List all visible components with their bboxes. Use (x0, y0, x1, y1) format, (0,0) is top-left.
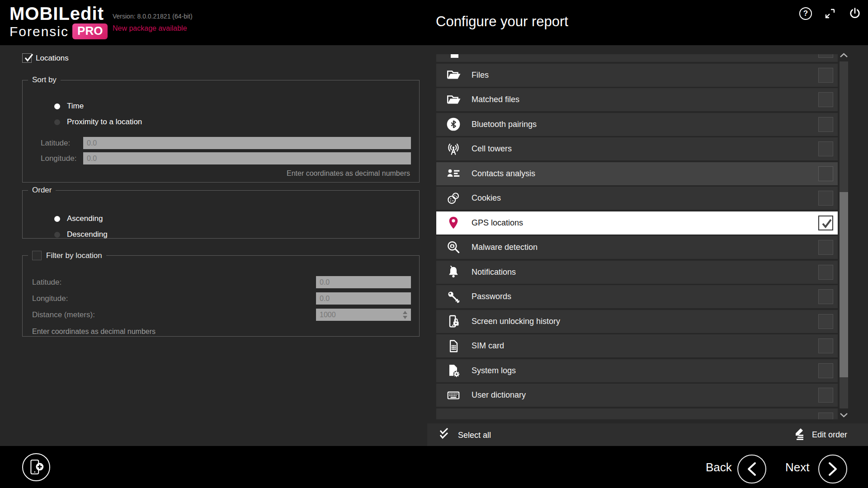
sort-by-group: Sort by Time Proximity to a location Lat… (22, 75, 420, 183)
list-item-contacts-analysis[interactable]: Contacts analysis (436, 162, 838, 185)
filter-latitude-input[interactable] (316, 276, 411, 288)
scroll-up-icon[interactable] (840, 51, 848, 60)
sort-time-option[interactable]: Time (54, 102, 84, 111)
locations-checkbox[interactable] (22, 53, 32, 63)
spinner-up-icon[interactable] (403, 311, 407, 314)
item-checkbox[interactable] (818, 54, 833, 58)
list-item-partial-bottom[interactable] (436, 408, 838, 420)
order-descending-option[interactable]: Descending (54, 230, 108, 239)
list-item-cookies[interactable]: Cookies (436, 187, 838, 210)
item-label: Contacts analysis (472, 169, 535, 178)
map-pin-icon (446, 215, 461, 230)
item-checkbox[interactable] (818, 388, 833, 403)
item-checkbox[interactable] (818, 191, 833, 206)
power-icon[interactable] (848, 7, 862, 20)
item-checkbox-checked[interactable] (818, 216, 833, 230)
list-item-system-logs[interactable]: System logs (436, 359, 838, 382)
item-label: Screen unlocking history (472, 317, 560, 326)
window-controls: ? (799, 4, 862, 23)
select-all-icon (439, 427, 451, 443)
filter-longitude-input[interactable] (316, 292, 411, 305)
filter-longitude-label: Longitude: (32, 294, 68, 303)
distance-spinner[interactable] (401, 309, 409, 321)
list-item-files[interactable]: Files (436, 64, 838, 87)
item-checkbox[interactable] (818, 265, 833, 280)
filter-by-location-label: Filter by location (46, 251, 102, 260)
time-radio[interactable] (54, 103, 60, 109)
sim-card-icon (446, 338, 461, 354)
scroll-down-icon[interactable] (840, 410, 848, 419)
item-checkbox[interactable] (818, 68, 833, 83)
item-checkbox[interactable] (818, 92, 833, 107)
item-checkbox[interactable] (818, 289, 833, 304)
item-checkbox[interactable] (818, 117, 833, 132)
item-label: Passwords (472, 292, 511, 301)
filter-coordinates-note: Enter coordinates as decimal numbers (32, 328, 156, 336)
list-item-passwords[interactable]: Passwords (436, 285, 838, 308)
add-phone-button[interactable] (22, 453, 50, 481)
item-checkbox[interactable] (818, 240, 833, 255)
list-item-matched-files[interactable]: Matched files (436, 88, 838, 111)
filter-by-location-checkbox[interactable] (32, 251, 42, 260)
sort-latitude-input[interactable] (83, 137, 411, 149)
order-ascending-option[interactable]: Ascending (54, 214, 103, 223)
sort-proximity-option[interactable]: Proximity to a location (54, 117, 142, 127)
item-label: Cell towers (472, 144, 512, 154)
new-package-link[interactable]: New package available (113, 24, 193, 33)
list-item-user-dictionary[interactable]: User dictionary (436, 384, 838, 407)
partial-row-bottom (446, 412, 461, 419)
item-label: Cookies (472, 193, 501, 203)
item-checkbox[interactable] (818, 338, 833, 353)
list-item-notifications[interactable]: Notifications (436, 261, 838, 284)
edit-order-label: Edit order (812, 430, 847, 440)
item-checkbox[interactable] (818, 166, 833, 181)
item-checkbox[interactable] (818, 314, 833, 329)
next-button[interactable] (818, 455, 847, 483)
item-checkbox[interactable] (818, 413, 833, 420)
item-label: Matched files (472, 95, 519, 104)
list-item-screen-unlocking-history[interactable]: Screen unlocking history (436, 310, 838, 333)
item-label: GPS locations (472, 218, 523, 228)
item-checkbox[interactable] (818, 363, 833, 378)
list-actions-bar: Select all Edit order (427, 423, 868, 446)
ascending-radio[interactable] (54, 216, 60, 222)
sort-longitude-input[interactable] (83, 152, 411, 164)
scrollbar-track[interactable] (840, 61, 848, 408)
order-group: Order Ascending Descending (22, 186, 420, 239)
item-checkbox[interactable] (818, 141, 833, 156)
descending-radio[interactable] (54, 232, 60, 238)
key-icon (446, 289, 461, 305)
help-icon[interactable]: ? (799, 7, 812, 20)
resize-window-icon[interactable] (824, 8, 836, 19)
scrollbar-thumb[interactable] (840, 192, 848, 377)
logo-pro-badge: PRO (72, 23, 108, 39)
list-item-partial-top[interactable] (436, 54, 838, 62)
list-item-cell-towers[interactable]: Cell towers (436, 137, 838, 160)
proximity-radio[interactable] (54, 119, 60, 125)
screen-unlock-icon (446, 314, 461, 329)
contacts-analysis-icon (446, 166, 461, 181)
item-label: Malware detection (472, 243, 538, 252)
item-label: System logs (472, 366, 516, 375)
filter-legend-row: Filter by location (28, 251, 106, 260)
cookies-icon (446, 191, 461, 206)
spinner-down-icon[interactable] (403, 316, 407, 319)
version-text: Version: 8.0.0.21821 (64-bit) (113, 13, 193, 20)
page-title: Configure your report (436, 14, 568, 30)
list-scrollbar[interactable] (840, 51, 848, 419)
locations-checkbox-row[interactable]: Locations (22, 53, 69, 63)
order-legend: Order (28, 186, 56, 195)
next-button-label[interactable]: Next (785, 460, 809, 474)
edit-order-button[interactable]: Edit order (793, 427, 847, 442)
ascending-label: Ascending (67, 214, 103, 223)
list-item-malware-detection[interactable]: Malware detection (436, 236, 838, 259)
back-button-label[interactable]: Back (706, 460, 732, 474)
cell-tower-icon (446, 141, 461, 157)
filter-distance-input[interactable] (316, 309, 411, 321)
list-item-gps-locations[interactable]: GPS locations (436, 211, 838, 235)
list-item-sim-card[interactable]: SIM card (436, 334, 838, 357)
filter-by-location-group: Filter by location Latitude: Longitude: … (22, 251, 420, 337)
select-all-button[interactable]: Select all (439, 427, 491, 443)
list-item-bluetooth-pairings[interactable]: Bluetooth pairings (436, 113, 838, 136)
back-button[interactable] (737, 455, 766, 483)
